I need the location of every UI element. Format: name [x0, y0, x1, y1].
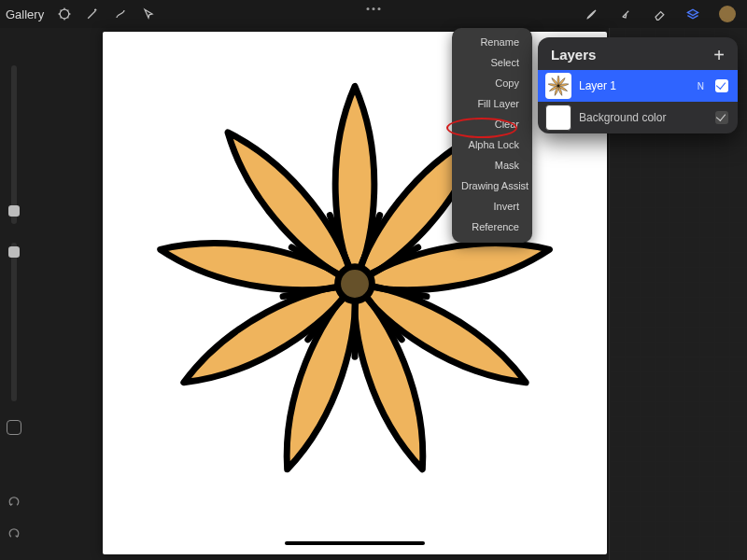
- smudge-icon[interactable]: [618, 7, 633, 21]
- app-root: Gallery: [0, 0, 747, 560]
- s-curve-icon[interactable]: [113, 7, 128, 21]
- undo-icon[interactable]: [7, 495, 21, 513]
- opacity-slider[interactable]: [11, 243, 17, 401]
- top-toolbar: Gallery: [0, 0, 747, 28]
- layer-context-menu: Rename Select Copy Fill Layer Clear Alph…: [452, 28, 532, 243]
- ctx-clear[interactable]: Clear: [452, 114, 532, 134]
- ctx-fill-layer[interactable]: Fill Layer: [452, 93, 532, 114]
- undo-redo-group: [7, 495, 21, 545]
- toolbar-right-group: [585, 6, 741, 22]
- home-indicator: [285, 541, 425, 545]
- layers-panel-header: Layers +: [538, 37, 738, 70]
- adjustments-icon[interactable]: [57, 7, 72, 21]
- ctx-rename[interactable]: Rename: [452, 32, 532, 52]
- add-layer-button[interactable]: +: [713, 49, 725, 62]
- brush-size-slider[interactable]: [11, 65, 17, 224]
- svg-point-10: [338, 267, 373, 301]
- color-swatch[interactable]: [719, 6, 736, 22]
- cursor-icon[interactable]: [141, 7, 156, 21]
- opacity-thumb[interactable]: [8, 246, 20, 258]
- layer-name: Layer 1: [579, 79, 690, 92]
- svg-point-11: [557, 85, 559, 87]
- layer-thumb-background: [545, 105, 571, 131]
- ctx-copy[interactable]: Copy: [452, 73, 532, 93]
- wand-icon[interactable]: [85, 7, 100, 21]
- layer-blend-mode[interactable]: N: [698, 81, 704, 91]
- ctx-alpha-lock[interactable]: Alpha Lock: [452, 134, 532, 155]
- redo-icon[interactable]: [7, 526, 21, 545]
- ctx-reference[interactable]: Reference: [452, 217, 532, 237]
- layers-icon[interactable]: [685, 7, 700, 21]
- ctx-drawing-assist[interactable]: Drawing Assist: [452, 175, 532, 196]
- layers-panel: Layers +: [538, 37, 738, 133]
- ctx-select[interactable]: Select: [452, 52, 532, 73]
- eraser-icon[interactable]: [652, 7, 667, 21]
- layer-row-1[interactable]: Layer 1 N: [538, 70, 738, 102]
- left-rail: [0, 37, 28, 560]
- gallery-button[interactable]: Gallery: [6, 7, 44, 21]
- brush-size-thumb[interactable]: [8, 205, 20, 217]
- layers-panel-title: Layers: [551, 47, 596, 63]
- modify-menu-icon[interactable]: [367, 7, 381, 10]
- ctx-mask[interactable]: Mask: [452, 155, 532, 175]
- modify-square-button[interactable]: [7, 420, 21, 435]
- toolbar-left-group: Gallery: [6, 7, 156, 21]
- layer-visibility-checkbox[interactable]: [715, 111, 728, 124]
- layer-name: Background color: [579, 111, 708, 124]
- layer-row-background[interactable]: Background color: [538, 102, 738, 133]
- layer-visibility-checkbox[interactable]: [715, 79, 728, 92]
- ctx-invert[interactable]: Invert: [452, 196, 532, 217]
- layer-thumb-flower: [545, 73, 571, 99]
- brush-icon[interactable]: [585, 7, 599, 21]
